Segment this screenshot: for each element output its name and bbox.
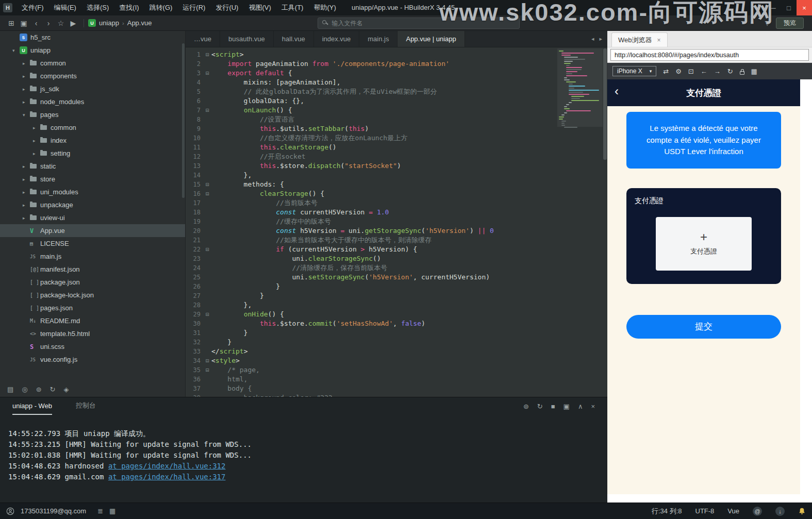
- breadcrumb-project[interactable]: uniapp: [99, 19, 119, 27]
- tree-item-index[interactable]: ▸index: [0, 134, 185, 147]
- menu-item-工具-t-[interactable]: 工具(T): [276, 4, 309, 11]
- restart-icon[interactable]: ↻: [537, 403, 543, 410]
- menu-item-编辑-e-[interactable]: 编辑(E): [49, 4, 81, 11]
- editor-tab-index.vue[interactable]: index.vue: [314, 31, 360, 47]
- tree-item-uni.scss[interactable]: Suni.scss: [0, 340, 185, 353]
- editor-tab--vue[interactable]: …vue: [186, 31, 220, 47]
- menu-item-跳转-g-[interactable]: 跳转(G): [144, 4, 178, 11]
- tree-item-package.json[interactable]: [ ]package.json: [0, 276, 185, 289]
- console-tab-uniapp-web[interactable]: uniapp - Web: [12, 397, 52, 415]
- tree-item-js-sdk[interactable]: ▸js_sdk: [0, 82, 185, 95]
- tree-item-node-modules[interactable]: ▸node_modules: [0, 95, 185, 108]
- account-email[interactable]: 1735031199@qq.com: [21, 507, 86, 515]
- sync-icon[interactable]: ↻: [50, 386, 56, 393]
- language-mode[interactable]: Vue: [727, 507, 739, 515]
- log-source-link[interactable]: at pages/index/hall.vue:312: [108, 462, 226, 470]
- tab-prev-icon[interactable]: ◂: [591, 36, 594, 42]
- log-source-link[interactable]: at pages/index/hall.vue:317: [108, 473, 226, 481]
- tree-item-setting[interactable]: ▸setting: [0, 147, 185, 160]
- fold-marker-icon[interactable]: ⊟: [203, 189, 211, 198]
- console-log[interactable]: 14:55:22.793 项目 uniapp 编译成功。14:55:23.215…: [0, 415, 607, 482]
- fold-marker-icon[interactable]: ⊟: [203, 365, 211, 375]
- cursor-position[interactable]: 行:34 列:8: [652, 507, 682, 516]
- tree-item-main.js[interactable]: JSmain.js: [0, 250, 185, 263]
- menu-item-查找-i-[interactable]: 查找(I): [114, 4, 144, 11]
- list-icon[interactable]: ≣: [97, 507, 103, 515]
- collapse-icon[interactable]: ∧: [578, 403, 583, 410]
- tree-item-store[interactable]: ▸store: [0, 173, 185, 186]
- fold-marker-icon[interactable]: ⊟: [203, 310, 211, 319]
- close-button[interactable]: ×: [797, 0, 812, 15]
- search-input[interactable]: [318, 18, 520, 29]
- close-icon[interactable]: ×: [591, 403, 595, 410]
- editor-body[interactable]: 1⊟<script>2 import pageAnimation from '.…: [186, 47, 607, 397]
- image-icon[interactable]: ▦: [109, 507, 115, 515]
- stop-icon[interactable]: ■: [551, 403, 555, 410]
- lock-icon[interactable]: [740, 66, 744, 76]
- fold-marker-icon[interactable]: ⊟: [203, 69, 211, 78]
- fold-marker-icon[interactable]: ⊟: [203, 245, 211, 254]
- minimap[interactable]: [559, 51, 601, 129]
- refresh-icon[interactable]: ↻: [727, 68, 733, 75]
- menu-item-视图-v-[interactable]: 视图(V): [243, 4, 276, 11]
- filter-icon[interactable]: ▽: [761, 20, 773, 27]
- menu-item-运行-r-[interactable]: 运行(R): [177, 4, 210, 11]
- tree-item-app.vue[interactable]: VApp.vue: [0, 224, 185, 237]
- snapshot-icon[interactable]: ⊡: [688, 68, 694, 75]
- settings-icon[interactable]: ⚙: [675, 68, 682, 75]
- tree-item-manifest.json[interactable]: [@]manifest.json: [0, 263, 185, 276]
- tree-item-uview-ui[interactable]: ▸uview-ui: [0, 211, 185, 224]
- tree-item-license[interactable]: ▤LICENSE: [0, 237, 185, 250]
- submit-button[interactable]: 提交: [626, 315, 781, 339]
- fold-marker-icon[interactable]: ⊟: [203, 50, 211, 59]
- menu-item-文件-f-[interactable]: 文件(F): [16, 4, 49, 11]
- search-icon[interactable]: ◎: [22, 386, 27, 393]
- menu-item-选择-s-[interactable]: 选择(S): [81, 4, 114, 11]
- browser-tab[interactable]: Web浏览器 ×: [611, 32, 668, 47]
- tree-item-readme.md[interactable]: M↓README.md: [0, 314, 185, 327]
- maximize-button[interactable]: □: [781, 0, 797, 15]
- save-icon[interactable]: ▣: [18, 19, 30, 27]
- fold-marker-icon[interactable]: ⊟: [203, 106, 211, 115]
- tree-item-h5-src[interactable]: 5h5_src: [0, 31, 185, 44]
- folder-open-icon[interactable]: ▤: [7, 386, 13, 393]
- tree-item-components[interactable]: ▸components: [0, 70, 185, 82]
- sidebar-scrollbar[interactable]: [182, 43, 185, 198]
- forward-icon[interactable]: ›: [42, 19, 55, 27]
- star-icon[interactable]: ☆: [55, 19, 67, 27]
- debug-icon[interactable]: ⊚: [523, 403, 529, 410]
- url-input[interactable]: [610, 49, 809, 61]
- back-icon[interactable]: ‹: [30, 19, 42, 27]
- tree-item-package-lock.json[interactable]: [ ]package-lock.json: [0, 289, 185, 302]
- editor-tab-app.vue-uniapp[interactable]: App.vue | uniapp: [397, 31, 465, 47]
- run-icon[interactable]: ▶: [67, 19, 79, 27]
- update-icon[interactable]: ↓: [775, 507, 785, 516]
- device-select[interactable]: iPhone X ▾: [612, 66, 656, 76]
- grid-icon[interactable]: ▦: [751, 68, 757, 75]
- rotate-icon[interactable]: ⇄: [663, 68, 669, 75]
- tab-next-icon[interactable]: ▸: [599, 36, 602, 42]
- new-file-icon[interactable]: ⊞: [5, 19, 18, 27]
- tree-item-template.h5.html[interactable]: <>template.h5.html: [0, 327, 185, 340]
- editor-tab-main.js[interactable]: main.js: [359, 31, 397, 47]
- tree-item-unpackage[interactable]: ▸unpackage: [0, 198, 185, 211]
- tree-item-pages.json[interactable]: [ ]pages.json: [0, 302, 185, 314]
- editor-tab-hall.vue[interactable]: hall.vue: [274, 31, 314, 47]
- tree-item-vue.config.js[interactable]: JSvue.config.js: [0, 353, 185, 366]
- debug-icon[interactable]: ⊚: [36, 386, 42, 393]
- arrow-left-icon[interactable]: ←: [701, 68, 707, 75]
- frame-icon[interactable]: ▣: [564, 403, 570, 410]
- arrow-right-icon[interactable]: →: [714, 68, 721, 75]
- editor-tab-busauth.vue[interactable]: busauth.vue: [220, 31, 274, 47]
- back-chevron-icon[interactable]: ‹: [615, 84, 619, 98]
- menu-item-帮助-y-[interactable]: 帮助(Y): [308, 4, 341, 11]
- tab-close-icon[interactable]: ×: [657, 37, 661, 44]
- upload-area[interactable]: + 支付憑證: [656, 217, 752, 271]
- breadcrumb-file[interactable]: App.vue: [127, 19, 152, 27]
- tree-item-common[interactable]: ▸common: [0, 121, 185, 134]
- editor-scrollbar[interactable]: [603, 48, 607, 160]
- feedback-icon[interactable]: @: [753, 507, 762, 516]
- fold-marker-icon[interactable]: ⊟: [203, 356, 211, 365]
- notification-bell-icon[interactable]: [798, 507, 806, 515]
- menu-item-发行-u-[interactable]: 发行(U): [210, 4, 243, 11]
